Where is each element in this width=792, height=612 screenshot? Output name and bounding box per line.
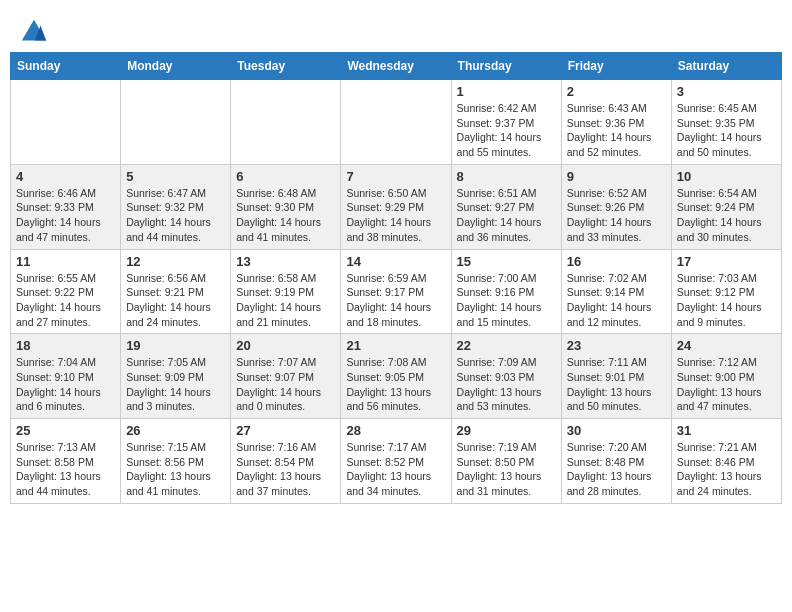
calendar-cell: 17Sunrise: 7:03 AMSunset: 9:12 PMDayligh… bbox=[671, 249, 781, 334]
calendar-cell bbox=[231, 80, 341, 165]
day-number: 12 bbox=[126, 254, 225, 269]
calendar-cell: 9Sunrise: 6:52 AMSunset: 9:26 PMDaylight… bbox=[561, 164, 671, 249]
calendar-cell: 10Sunrise: 6:54 AMSunset: 9:24 PMDayligh… bbox=[671, 164, 781, 249]
day-info: Sunrise: 7:05 AMSunset: 9:09 PMDaylight:… bbox=[126, 355, 225, 414]
calendar-cell: 8Sunrise: 6:51 AMSunset: 9:27 PMDaylight… bbox=[451, 164, 561, 249]
day-info: Sunrise: 7:04 AMSunset: 9:10 PMDaylight:… bbox=[16, 355, 115, 414]
logo bbox=[20, 18, 52, 46]
calendar-week-row: 25Sunrise: 7:13 AMSunset: 8:58 PMDayligh… bbox=[11, 419, 782, 504]
day-number: 25 bbox=[16, 423, 115, 438]
day-info: Sunrise: 7:21 AMSunset: 8:46 PMDaylight:… bbox=[677, 440, 776, 499]
day-info: Sunrise: 6:48 AMSunset: 9:30 PMDaylight:… bbox=[236, 186, 335, 245]
day-info: Sunrise: 7:11 AMSunset: 9:01 PMDaylight:… bbox=[567, 355, 666, 414]
weekday-header-monday: Monday bbox=[121, 53, 231, 80]
day-number: 23 bbox=[567, 338, 666, 353]
day-info: Sunrise: 7:00 AMSunset: 9:16 PMDaylight:… bbox=[457, 271, 556, 330]
day-info: Sunrise: 6:54 AMSunset: 9:24 PMDaylight:… bbox=[677, 186, 776, 245]
calendar-cell: 30Sunrise: 7:20 AMSunset: 8:48 PMDayligh… bbox=[561, 419, 671, 504]
day-number: 2 bbox=[567, 84, 666, 99]
day-info: Sunrise: 7:08 AMSunset: 9:05 PMDaylight:… bbox=[346, 355, 445, 414]
day-number: 14 bbox=[346, 254, 445, 269]
calendar-cell: 11Sunrise: 6:55 AMSunset: 9:22 PMDayligh… bbox=[11, 249, 121, 334]
day-info: Sunrise: 7:09 AMSunset: 9:03 PMDaylight:… bbox=[457, 355, 556, 414]
day-number: 10 bbox=[677, 169, 776, 184]
day-info: Sunrise: 7:16 AMSunset: 8:54 PMDaylight:… bbox=[236, 440, 335, 499]
calendar-cell: 28Sunrise: 7:17 AMSunset: 8:52 PMDayligh… bbox=[341, 419, 451, 504]
day-number: 27 bbox=[236, 423, 335, 438]
day-info: Sunrise: 6:45 AMSunset: 9:35 PMDaylight:… bbox=[677, 101, 776, 160]
calendar-cell: 1Sunrise: 6:42 AMSunset: 9:37 PMDaylight… bbox=[451, 80, 561, 165]
weekday-header-thursday: Thursday bbox=[451, 53, 561, 80]
day-number: 7 bbox=[346, 169, 445, 184]
logo-icon bbox=[20, 18, 48, 46]
calendar-cell: 20Sunrise: 7:07 AMSunset: 9:07 PMDayligh… bbox=[231, 334, 341, 419]
day-number: 30 bbox=[567, 423, 666, 438]
day-number: 17 bbox=[677, 254, 776, 269]
calendar-cell: 2Sunrise: 6:43 AMSunset: 9:36 PMDaylight… bbox=[561, 80, 671, 165]
calendar-cell: 18Sunrise: 7:04 AMSunset: 9:10 PMDayligh… bbox=[11, 334, 121, 419]
calendar-cell: 25Sunrise: 7:13 AMSunset: 8:58 PMDayligh… bbox=[11, 419, 121, 504]
calendar-cell: 15Sunrise: 7:00 AMSunset: 9:16 PMDayligh… bbox=[451, 249, 561, 334]
day-number: 15 bbox=[457, 254, 556, 269]
day-info: Sunrise: 7:20 AMSunset: 8:48 PMDaylight:… bbox=[567, 440, 666, 499]
day-info: Sunrise: 7:03 AMSunset: 9:12 PMDaylight:… bbox=[677, 271, 776, 330]
calendar-week-row: 11Sunrise: 6:55 AMSunset: 9:22 PMDayligh… bbox=[11, 249, 782, 334]
day-number: 18 bbox=[16, 338, 115, 353]
calendar-cell bbox=[11, 80, 121, 165]
calendar-cell: 5Sunrise: 6:47 AMSunset: 9:32 PMDaylight… bbox=[121, 164, 231, 249]
calendar-cell: 4Sunrise: 6:46 AMSunset: 9:33 PMDaylight… bbox=[11, 164, 121, 249]
day-info: Sunrise: 6:42 AMSunset: 9:37 PMDaylight:… bbox=[457, 101, 556, 160]
calendar-cell: 3Sunrise: 6:45 AMSunset: 9:35 PMDaylight… bbox=[671, 80, 781, 165]
weekday-header-tuesday: Tuesday bbox=[231, 53, 341, 80]
day-number: 6 bbox=[236, 169, 335, 184]
day-number: 29 bbox=[457, 423, 556, 438]
page-header bbox=[10, 10, 782, 52]
day-info: Sunrise: 6:50 AMSunset: 9:29 PMDaylight:… bbox=[346, 186, 445, 245]
calendar-cell bbox=[121, 80, 231, 165]
day-info: Sunrise: 7:07 AMSunset: 9:07 PMDaylight:… bbox=[236, 355, 335, 414]
calendar-table: SundayMondayTuesdayWednesdayThursdayFrid… bbox=[10, 52, 782, 504]
calendar-cell: 14Sunrise: 6:59 AMSunset: 9:17 PMDayligh… bbox=[341, 249, 451, 334]
calendar-cell: 13Sunrise: 6:58 AMSunset: 9:19 PMDayligh… bbox=[231, 249, 341, 334]
day-info: Sunrise: 6:56 AMSunset: 9:21 PMDaylight:… bbox=[126, 271, 225, 330]
calendar-cell: 23Sunrise: 7:11 AMSunset: 9:01 PMDayligh… bbox=[561, 334, 671, 419]
day-info: Sunrise: 6:55 AMSunset: 9:22 PMDaylight:… bbox=[16, 271, 115, 330]
day-info: Sunrise: 7:15 AMSunset: 8:56 PMDaylight:… bbox=[126, 440, 225, 499]
day-number: 24 bbox=[677, 338, 776, 353]
day-number: 13 bbox=[236, 254, 335, 269]
day-number: 8 bbox=[457, 169, 556, 184]
day-number: 26 bbox=[126, 423, 225, 438]
calendar-cell: 12Sunrise: 6:56 AMSunset: 9:21 PMDayligh… bbox=[121, 249, 231, 334]
day-number: 1 bbox=[457, 84, 556, 99]
calendar-week-row: 1Sunrise: 6:42 AMSunset: 9:37 PMDaylight… bbox=[11, 80, 782, 165]
day-number: 20 bbox=[236, 338, 335, 353]
day-number: 22 bbox=[457, 338, 556, 353]
calendar-cell: 19Sunrise: 7:05 AMSunset: 9:09 PMDayligh… bbox=[121, 334, 231, 419]
calendar-cell: 7Sunrise: 6:50 AMSunset: 9:29 PMDaylight… bbox=[341, 164, 451, 249]
day-info: Sunrise: 6:46 AMSunset: 9:33 PMDaylight:… bbox=[16, 186, 115, 245]
day-info: Sunrise: 6:47 AMSunset: 9:32 PMDaylight:… bbox=[126, 186, 225, 245]
day-info: Sunrise: 6:58 AMSunset: 9:19 PMDaylight:… bbox=[236, 271, 335, 330]
calendar-cell: 27Sunrise: 7:16 AMSunset: 8:54 PMDayligh… bbox=[231, 419, 341, 504]
day-info: Sunrise: 6:51 AMSunset: 9:27 PMDaylight:… bbox=[457, 186, 556, 245]
calendar-cell bbox=[341, 80, 451, 165]
calendar-cell: 16Sunrise: 7:02 AMSunset: 9:14 PMDayligh… bbox=[561, 249, 671, 334]
day-info: Sunrise: 7:19 AMSunset: 8:50 PMDaylight:… bbox=[457, 440, 556, 499]
calendar-cell: 24Sunrise: 7:12 AMSunset: 9:00 PMDayligh… bbox=[671, 334, 781, 419]
day-info: Sunrise: 7:02 AMSunset: 9:14 PMDaylight:… bbox=[567, 271, 666, 330]
day-info: Sunrise: 6:59 AMSunset: 9:17 PMDaylight:… bbox=[346, 271, 445, 330]
day-number: 31 bbox=[677, 423, 776, 438]
calendar-cell: 31Sunrise: 7:21 AMSunset: 8:46 PMDayligh… bbox=[671, 419, 781, 504]
weekday-header-wednesday: Wednesday bbox=[341, 53, 451, 80]
weekday-header-friday: Friday bbox=[561, 53, 671, 80]
day-info: Sunrise: 7:17 AMSunset: 8:52 PMDaylight:… bbox=[346, 440, 445, 499]
day-info: Sunrise: 7:13 AMSunset: 8:58 PMDaylight:… bbox=[16, 440, 115, 499]
weekday-header-sunday: Sunday bbox=[11, 53, 121, 80]
calendar-week-row: 4Sunrise: 6:46 AMSunset: 9:33 PMDaylight… bbox=[11, 164, 782, 249]
day-number: 11 bbox=[16, 254, 115, 269]
day-number: 9 bbox=[567, 169, 666, 184]
weekday-header-row: SundayMondayTuesdayWednesdayThursdayFrid… bbox=[11, 53, 782, 80]
day-number: 16 bbox=[567, 254, 666, 269]
calendar-cell: 6Sunrise: 6:48 AMSunset: 9:30 PMDaylight… bbox=[231, 164, 341, 249]
day-info: Sunrise: 7:12 AMSunset: 9:00 PMDaylight:… bbox=[677, 355, 776, 414]
